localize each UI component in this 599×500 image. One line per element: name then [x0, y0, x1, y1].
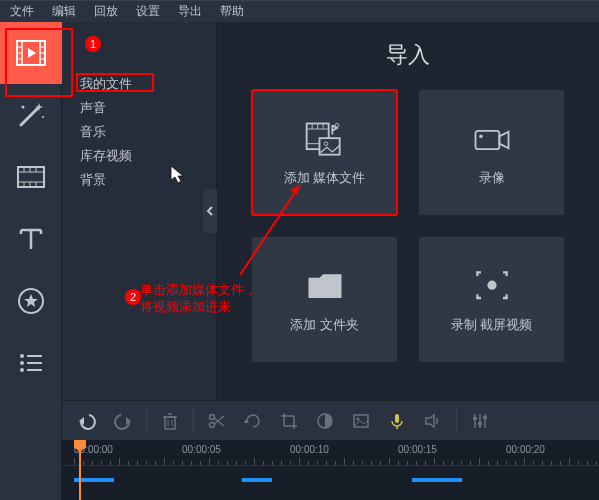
delete-button[interactable]	[153, 404, 187, 438]
import-panel: 导入 添加 媒体文件 录像 添加 文件夹	[217, 22, 599, 400]
crop-button[interactable]	[272, 404, 306, 438]
svg-marker-68	[426, 415, 434, 427]
chevron-left-icon	[206, 205, 214, 217]
more-tab[interactable]	[0, 332, 62, 394]
tile-label: 添加 媒体文件	[284, 170, 366, 187]
text-tab[interactable]	[0, 208, 62, 270]
audio-button[interactable]	[416, 404, 450, 438]
svg-rect-73	[478, 422, 482, 425]
sliders-icon	[470, 411, 490, 431]
svg-point-12	[42, 116, 44, 118]
contrast-icon	[315, 411, 335, 431]
clip[interactable]	[242, 478, 272, 482]
tile-label: 添加 文件夹	[290, 317, 359, 334]
sidebar-item-myfiles[interactable]: 我的文件	[74, 72, 216, 96]
svg-line-10	[21, 109, 37, 125]
adjust-button[interactable]	[463, 404, 497, 438]
svg-point-30	[20, 368, 24, 372]
timeline[interactable]: 00:00:00 00:00:05 00:00:10 00:00:15 00:0…	[62, 440, 599, 500]
menu-bar: 文件 编辑 回放 设置 导出 帮助	[0, 0, 599, 22]
svg-marker-27	[24, 294, 38, 307]
record-screen-tile[interactable]: 录制 截屏视频	[419, 237, 564, 362]
annotation-badge: 1	[85, 36, 101, 52]
svg-point-65	[357, 417, 360, 420]
timeline-ruler[interactable]: 00:00:00 00:00:05 00:00:10 00:00:15 00:0…	[62, 440, 599, 466]
menu-playback[interactable]: 回放	[94, 3, 118, 20]
text-icon	[15, 223, 47, 255]
list-icon	[15, 347, 47, 379]
svg-point-45	[479, 135, 483, 139]
ruler-mark: 00:00:20	[506, 444, 545, 455]
add-media-tile[interactable]: 添加 媒体文件	[252, 90, 397, 215]
record-video-tile[interactable]: 录像	[419, 90, 564, 215]
sidebar-item-background[interactable]: 背景	[74, 168, 216, 192]
svg-rect-49	[165, 417, 175, 429]
stickers-tab[interactable]	[0, 270, 62, 332]
transitions-tab[interactable]	[0, 146, 62, 208]
svg-point-46	[487, 281, 496, 290]
crop-icon	[279, 411, 299, 431]
mic-button[interactable]	[380, 404, 414, 438]
star-circle-icon	[15, 285, 47, 317]
import-tab[interactable]	[0, 22, 62, 84]
effects-tab[interactable]	[0, 84, 62, 146]
category-sidebar: 我的文件 声音 音乐 库存视频 背景	[62, 22, 217, 400]
tile-label: 录制 截屏视频	[451, 317, 533, 334]
svg-rect-43	[475, 131, 499, 149]
film-play-icon	[15, 37, 47, 69]
svg-point-29	[20, 361, 24, 365]
image-button[interactable]	[344, 404, 378, 438]
svg-rect-74	[483, 416, 487, 419]
redo-icon	[113, 411, 133, 431]
mic-icon	[387, 411, 407, 431]
collapse-sidebar-button[interactable]	[203, 189, 217, 233]
annotation-badge: 2	[125, 289, 141, 305]
svg-marker-44	[499, 132, 508, 149]
folder-icon	[303, 265, 347, 309]
svg-rect-13	[18, 167, 44, 187]
ruler-mark: 00:00:05	[182, 444, 221, 455]
film-strip-icon	[15, 161, 47, 193]
playhead[interactable]	[74, 440, 86, 500]
svg-marker-9	[28, 48, 36, 58]
svg-rect-64	[354, 415, 368, 427]
ruler-mark: 00:00:15	[398, 444, 437, 455]
sidebar-item-stockvideo[interactable]: 库存视频	[74, 144, 216, 168]
svg-point-40	[335, 124, 339, 128]
undo-icon	[77, 411, 97, 431]
sidebar-item-music[interactable]: 音乐	[74, 120, 216, 144]
menu-edit[interactable]: 编辑	[52, 3, 76, 20]
rotate-button[interactable]	[236, 404, 270, 438]
annotation-text: 单击添加媒体文件， 将视频添加进来	[140, 282, 257, 316]
sidebar-item-sound[interactable]: 声音	[74, 96, 216, 120]
speaker-icon	[423, 411, 443, 431]
timeline-toolbar	[62, 400, 599, 440]
rotate-icon	[243, 411, 263, 431]
svg-rect-41	[319, 138, 339, 155]
menu-settings[interactable]: 设置	[136, 3, 160, 20]
svg-point-28	[20, 354, 24, 358]
track[interactable]	[62, 472, 599, 488]
svg-rect-66	[395, 414, 399, 423]
menu-file[interactable]: 文件	[10, 3, 34, 20]
image-icon	[351, 411, 371, 431]
left-toolbar	[0, 22, 62, 500]
wand-icon	[15, 99, 47, 131]
redo-button[interactable]	[106, 404, 140, 438]
menu-help[interactable]: 帮助	[220, 3, 244, 20]
media-icon	[303, 118, 347, 162]
camera-icon	[470, 118, 514, 162]
menu-export[interactable]: 导出	[178, 3, 202, 20]
tile-label: 录像	[479, 170, 505, 187]
ruler-mark: 00:00:10	[290, 444, 329, 455]
add-folder-tile[interactable]: 添加 文件夹	[252, 237, 397, 362]
panel-title: 导入	[245, 40, 571, 70]
trash-icon	[160, 411, 180, 431]
undo-button[interactable]	[70, 404, 104, 438]
svg-rect-72	[473, 417, 477, 420]
scissors-icon	[207, 411, 227, 431]
clip[interactable]	[412, 478, 462, 482]
screen-record-icon	[470, 265, 514, 309]
color-button[interactable]	[308, 404, 342, 438]
cut-button[interactable]	[200, 404, 234, 438]
